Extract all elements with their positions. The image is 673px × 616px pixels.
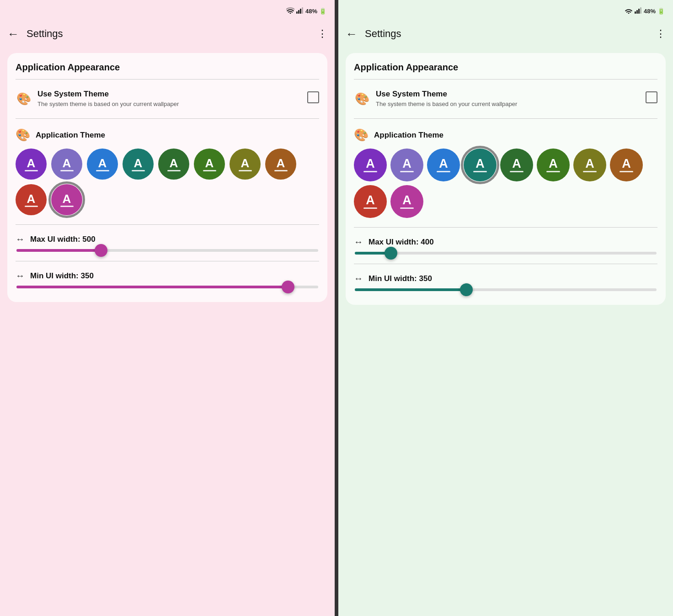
arrows-icon-right-1: ↔ (354, 237, 363, 247)
system-theme-text-right: Use System Theme The system theme is bas… (376, 90, 640, 108)
arrows-icon-left-2: ↔ (16, 271, 25, 281)
color-circle-purple[interactable]: A (354, 149, 387, 181)
wifi-icon-left (286, 7, 294, 15)
status-icons-left: 48% 🔋 (286, 7, 326, 15)
system-theme-checkbox-left[interactable] (307, 91, 319, 103)
color-circle-olive-green[interactable]: A (194, 149, 225, 180)
back-button-left[interactable]: ← (7, 27, 19, 41)
color-circle-olive-green[interactable]: A (537, 149, 570, 181)
color-circle-magenta[interactable]: A (390, 185, 423, 218)
svg-rect-4 (635, 11, 636, 14)
max-width-thumb-left[interactable] (95, 244, 107, 257)
color-circle-green-dark[interactable]: A (158, 149, 189, 180)
svg-rect-6 (638, 9, 640, 14)
max-width-slider-right[interactable] (355, 252, 657, 255)
min-width-section-left: ↔ Min UI width: 350 (16, 266, 319, 293)
card-title-left: Application Appearance (16, 62, 319, 73)
signal-icon-right (635, 7, 642, 15)
color-circle-red[interactable]: A (16, 184, 47, 215)
battery-left: 48% (305, 8, 317, 15)
max-width-title-left: Max UI width: 500 (30, 235, 96, 244)
color-circle-brown-orange[interactable]: A (610, 149, 643, 181)
battery-icon-right: 🔋 (657, 8, 665, 15)
min-width-label-left: ↔ Min UI width: 350 (16, 271, 319, 281)
palette-icon-right-2: 🎨 (354, 128, 369, 142)
more-menu-left[interactable]: ⋮ (317, 28, 327, 40)
svg-rect-7 (640, 7, 641, 14)
signal-icon-left (296, 7, 304, 15)
page-title-left: Settings (27, 28, 310, 40)
min-width-fill-left (16, 286, 288, 288)
svg-rect-3 (302, 7, 303, 14)
divider-left-4 (16, 261, 319, 261)
max-width-fill-left (16, 249, 101, 252)
card-title-right: Application Appearance (354, 62, 657, 73)
color-circle-blue[interactable]: A (427, 149, 460, 181)
min-width-thumb-right[interactable] (460, 283, 473, 296)
color-circle-lavender[interactable]: A (51, 149, 82, 180)
app-theme-icon-area-right: 🎨 (354, 128, 369, 142)
svg-rect-2 (300, 9, 301, 14)
system-theme-row-left: 🎨 Use System Theme The system theme is b… (16, 84, 319, 114)
arrows-icon-left-1: ↔ (16, 234, 25, 244)
divider-right-1 (354, 79, 657, 80)
max-width-slider-left[interactable] (16, 249, 318, 252)
min-width-fill-right (355, 288, 466, 291)
status-icons-right: 48% 🔋 (625, 7, 665, 15)
more-menu-right[interactable]: ⋮ (656, 28, 666, 40)
system-theme-icon-area-right: 🎨 (354, 90, 370, 107)
color-circle-blue[interactable]: A (87, 149, 118, 180)
color-circle-olive[interactable]: A (230, 149, 261, 180)
app-theme-title-left: Application Theme (36, 131, 105, 140)
card-right: Application Appearance 🎨 Use System Them… (346, 53, 666, 305)
color-circle-olive[interactable]: A (573, 149, 606, 181)
max-width-title-right: Max UI width: 400 (369, 238, 434, 247)
app-theme-icon-area-left: 🎨 (16, 128, 30, 142)
color-circle-teal-dark[interactable]: A (123, 149, 154, 180)
page-title-right: Settings (365, 28, 648, 40)
max-width-section-right: ↔ Max UI width: 400 (354, 232, 657, 259)
system-theme-row-right: 🎨 Use System Theme The system theme is b… (354, 84, 657, 114)
palette-icon-left-2: 🎨 (16, 128, 30, 142)
min-width-title-left: Min UI width: 350 (30, 271, 94, 281)
max-width-thumb-right[interactable] (385, 247, 397, 260)
max-width-label-left: ↔ Max UI width: 500 (16, 234, 319, 244)
color-circle-magenta[interactable]: A (51, 184, 82, 215)
system-theme-checkbox-right[interactable] (646, 91, 657, 103)
color-circle-green-dark[interactable]: A (500, 149, 533, 181)
battery-right: 48% (644, 8, 656, 15)
system-theme-icon-area-left: 🎨 (16, 90, 32, 107)
min-width-section-right: ↔ Min UI width: 350 (354, 269, 657, 296)
svg-rect-0 (296, 11, 298, 14)
min-width-thumb-left[interactable] (282, 281, 294, 293)
content-right: Application Appearance 🎨 Use System Them… (338, 48, 673, 616)
divider-right-2 (354, 118, 657, 119)
min-width-slider-left[interactable] (16, 286, 318, 288)
app-theme-title-right: Application Theme (374, 131, 443, 140)
back-button-right[interactable]: ← (346, 27, 358, 41)
min-width-slider-right[interactable] (355, 288, 657, 291)
divider-right-3 (354, 227, 657, 228)
system-theme-text-left: Use System Theme The system theme is bas… (37, 90, 302, 108)
colors-grid-right: AAAAAAAAAA (354, 149, 657, 218)
system-theme-title-right: Use System Theme (376, 90, 640, 99)
divider-right-4 (354, 264, 657, 264)
color-circle-brown-orange[interactable]: A (265, 149, 296, 180)
color-circle-lavender[interactable]: A (390, 149, 423, 181)
content-left: Application Appearance 🎨 Use System Them… (0, 48, 335, 616)
arrows-icon-right-2: ↔ (354, 273, 363, 284)
color-circle-teal-dark[interactable]: A (464, 149, 497, 181)
color-circle-purple[interactable]: A (16, 149, 47, 180)
divider-left-2 (16, 118, 319, 119)
divider-left-3 (16, 224, 319, 225)
status-bar-left: 48% 🔋 (0, 0, 335, 20)
app-bar-left: ← Settings ⋮ (0, 20, 335, 48)
left-panel: 48% 🔋 ← Settings ⋮ Application Appearanc… (0, 0, 335, 616)
system-theme-title-left: Use System Theme (37, 90, 302, 99)
min-width-label-right: ↔ Min UI width: 350 (354, 273, 657, 284)
app-theme-header-left: 🎨 Application Theme (16, 128, 319, 142)
color-circle-red[interactable]: A (354, 185, 387, 218)
panel-divider (335, 0, 338, 616)
wifi-icon-right (625, 7, 633, 15)
svg-rect-1 (298, 10, 299, 14)
